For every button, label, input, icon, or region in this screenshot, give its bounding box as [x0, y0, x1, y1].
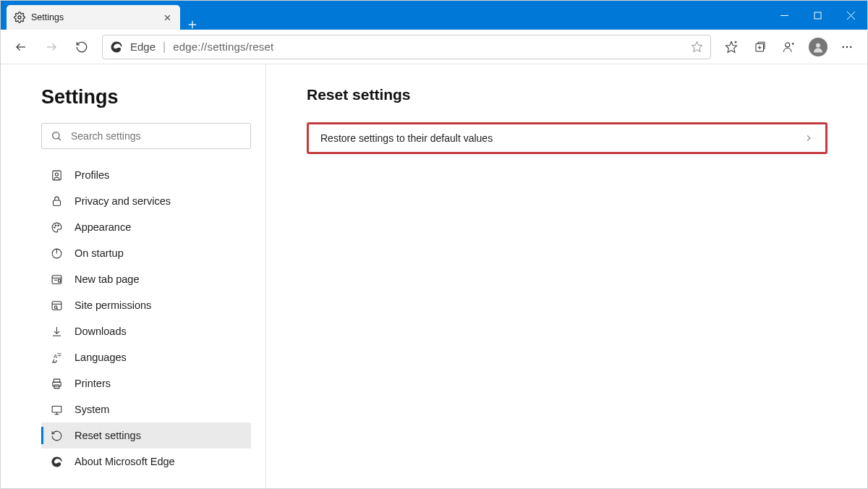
toolbar-actions: [717, 33, 861, 61]
nav-label: Privacy and services: [75, 195, 171, 207]
svg-rect-50: [52, 406, 61, 412]
svg-rect-29: [53, 200, 60, 205]
back-button[interactable]: [7, 33, 35, 61]
sidebar-item-appearance[interactable]: Appearance: [41, 214, 251, 240]
sidebar-item-site-permissions[interactable]: Site permissions: [41, 292, 251, 318]
svg-text:字: 字: [57, 352, 61, 357]
svg-point-30: [54, 226, 54, 227]
refresh-button[interactable]: [67, 33, 96, 61]
sidebar-item-privacy-and-services[interactable]: Privacy and services: [41, 188, 251, 214]
svg-point-28: [55, 172, 58, 175]
nav-icon: [50, 221, 63, 234]
settings-nav: ProfilesPrivacy and servicesAppearanceOn…: [41, 162, 251, 475]
content-body: Settings ProfilesPrivacy and servicesApp…: [1, 64, 867, 488]
nav-icon: [50, 377, 63, 390]
nav-label: Printers: [75, 378, 111, 389]
collections-button[interactable]: [746, 33, 775, 61]
search-icon: [51, 130, 62, 142]
nav-label: System: [75, 404, 109, 415]
edge-icon: [110, 41, 123, 54]
nav-label: Site permissions: [75, 299, 151, 311]
nav-label: Reset settings: [75, 430, 141, 441]
nav-label: Languages: [75, 352, 127, 363]
title-bar: Settings: [1, 1, 867, 30]
address-url: edge://settings/reset: [173, 41, 684, 53]
maximize-button[interactable]: [801, 1, 834, 30]
nav-label: Downloads: [75, 326, 127, 337]
nav-icon: [50, 195, 63, 208]
sidebar-item-system[interactable]: System: [41, 396, 251, 422]
nav-icon: [50, 273, 63, 286]
search-input[interactable]: [71, 130, 242, 142]
svg-rect-27: [52, 171, 60, 180]
sidebar-item-on-startup[interactable]: On startup: [41, 240, 251, 266]
restore-defaults-label: Restore settings to their default values: [320, 132, 493, 144]
page-heading: Reset settings: [307, 86, 827, 103]
address-separator: |: [163, 41, 166, 54]
address-prefix: Edge: [130, 41, 156, 53]
nav-icon: A字: [50, 351, 63, 364]
sidebar-item-downloads[interactable]: Downloads: [41, 318, 251, 344]
sidebar-item-profiles[interactable]: Profiles: [41, 162, 251, 188]
svg-rect-38: [58, 279, 60, 282]
svg-line-26: [59, 138, 61, 140]
sidebar-item-about-microsoft-edge[interactable]: About Microsoft Edge: [41, 448, 251, 475]
svg-text:A: A: [54, 353, 57, 359]
svg-point-21: [816, 43, 820, 47]
svg-point-25: [53, 132, 59, 139]
sidebar-item-reset-settings[interactable]: Reset settings: [41, 422, 251, 448]
nav-label: Profiles: [75, 169, 109, 181]
nav-label: On startup: [75, 247, 124, 259]
minimize-button[interactable]: [767, 1, 801, 30]
nav-icon: [50, 299, 63, 312]
nav-label: New tab page: [75, 273, 139, 285]
address-bar[interactable]: Edge | edge://settings/reset: [102, 35, 711, 59]
sidebar-item-printers[interactable]: Printers: [41, 370, 251, 396]
window-controls: [767, 1, 867, 30]
svg-point-24: [850, 46, 851, 47]
forward-button[interactable]: [37, 33, 66, 61]
favorite-star-icon[interactable]: [691, 41, 703, 53]
svg-point-32: [57, 224, 58, 225]
svg-point-22: [843, 46, 844, 47]
nav-label: About Microsoft Edge: [75, 456, 175, 467]
svg-point-18: [786, 43, 790, 47]
titlebar-drag-area[interactable]: [205, 1, 767, 30]
tab-title: Settings: [31, 12, 156, 22]
browser-tab[interactable]: Settings: [7, 5, 180, 30]
settings-main: Reset settings Restore settings to their…: [266, 64, 867, 488]
svg-point-31: [55, 224, 56, 225]
nav-icon: [50, 429, 63, 442]
browser-window: Settings: [0, 0, 868, 489]
tab-close-button[interactable]: [161, 12, 173, 23]
profile-actions-button[interactable]: [775, 33, 804, 61]
close-window-button[interactable]: [834, 1, 867, 30]
restore-defaults-row[interactable]: Restore settings to their default values: [307, 122, 827, 154]
nav-icon: [50, 455, 63, 468]
nav-icon: [50, 247, 63, 260]
nav-icon: [50, 169, 63, 182]
svg-marker-11: [692, 41, 702, 51]
svg-point-23: [846, 46, 848, 47]
favorites-button[interactable]: [717, 33, 746, 61]
svg-line-42: [56, 308, 57, 309]
nav-label: Appearance: [75, 221, 131, 233]
svg-marker-12: [726, 41, 737, 52]
sidebar-item-languages[interactable]: A字Languages: [41, 344, 251, 370]
toolbar: Edge | edge://settings/reset: [1, 30, 867, 64]
svg-rect-47: [54, 379, 60, 382]
settings-sidebar: Settings ProfilesPrivacy and servicesApp…: [1, 64, 266, 488]
nav-icon: [50, 325, 63, 338]
more-menu-button[interactable]: [833, 33, 861, 61]
nav-icon: [50, 403, 63, 416]
sidebar-item-new-tab-page[interactable]: New tab page: [41, 266, 251, 292]
gear-icon: [14, 12, 25, 23]
svg-point-0: [18, 16, 21, 19]
svg-rect-6: [814, 12, 821, 19]
sidebar-heading: Settings: [41, 86, 251, 109]
chevron-right-icon: [804, 133, 814, 143]
profile-avatar[interactable]: [809, 38, 827, 56]
settings-search[interactable]: [41, 123, 251, 149]
new-tab-button[interactable]: [180, 20, 205, 30]
svg-point-41: [54, 305, 57, 308]
